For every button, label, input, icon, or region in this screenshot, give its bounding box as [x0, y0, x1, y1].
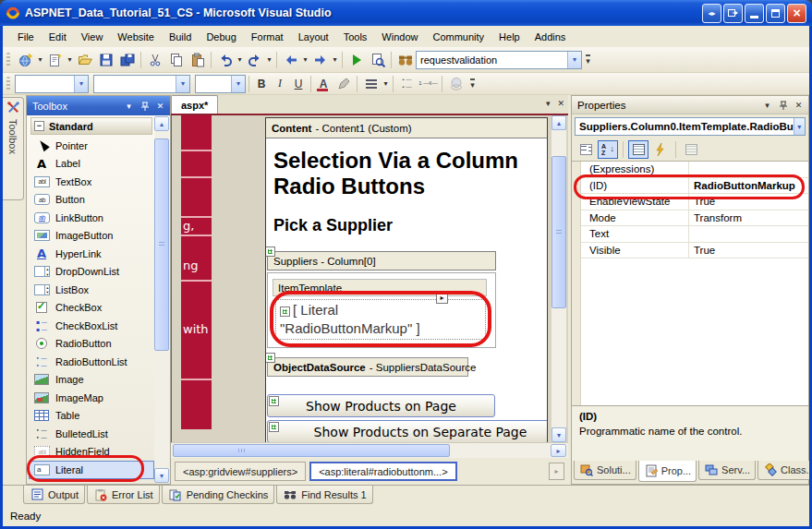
- open-file-button[interactable]: [74, 50, 95, 70]
- toolbox-item-literal[interactable]: Literal: [29, 461, 154, 479]
- item-template-bar[interactable]: ItemTemplate: [273, 279, 487, 296]
- window-switch-button[interactable]: ◂▸: [702, 4, 721, 23]
- menu-help[interactable]: Help: [491, 28, 527, 46]
- view-in-browser-button[interactable]: [367, 50, 388, 70]
- undo-dropdown[interactable]: [236, 50, 244, 70]
- hyperlink-button[interactable]: [445, 74, 467, 94]
- toolbox-item-listbox[interactable]: ListBox: [29, 281, 154, 299]
- align-dropdown[interactable]: [382, 74, 390, 94]
- maximize-button[interactable]: [766, 4, 785, 23]
- property-value[interactable]: True: [689, 196, 808, 207]
- properties-close-button[interactable]: ✕: [792, 98, 806, 112]
- toolbox-item-pointer[interactable]: Pointer: [29, 137, 154, 155]
- title-bar[interactable]: ASPNET_Data_Tutorial_51_CS - Microsoft V…: [0, 0, 812, 26]
- font-size-combo[interactable]: [195, 75, 246, 93]
- toolbox-scrollbar[interactable]: ▴ ▾: [154, 116, 169, 483]
- show-products-on-separate-page-button[interactable]: Show Products on Separate Page: [267, 420, 548, 442]
- property-row-id[interactable]: (ID) RadioButtonMarkup: [581, 178, 808, 195]
- toolbox-item-imagebutton[interactable]: ImageButton: [29, 227, 154, 246]
- scroll-thumb[interactable]: [551, 156, 566, 308]
- menu-edit[interactable]: Edit: [42, 28, 74, 46]
- properties-menu-button[interactable]: ▾: [760, 98, 774, 112]
- button-glyph-icon[interactable]: [269, 422, 279, 432]
- property-row-text[interactable]: Text: [581, 226, 808, 243]
- toolbox-item-checkbox[interactable]: CheckBox: [29, 299, 154, 318]
- properties-header[interactable]: Properties ▾ ✕: [572, 96, 808, 114]
- gridview-header[interactable]: Suppliers - Column[0]: [267, 251, 496, 271]
- toolbox-item-bulletedlist[interactable]: BulletedList: [29, 425, 154, 443]
- property-row-expressions[interactable]: (Expressions): [581, 162, 808, 178]
- events-button[interactable]: [650, 140, 671, 159]
- toolbox-item-label[interactable]: Label: [29, 155, 154, 174]
- italic-button[interactable]: I: [271, 75, 289, 93]
- find-combo-arrow[interactable]: [567, 52, 581, 68]
- navigate-back-button[interactable]: [280, 50, 301, 70]
- toolbox-header[interactable]: Toolbox ▾ ✕: [27, 96, 170, 115]
- toolbar-overflow[interactable]: [467, 74, 479, 94]
- tab-error-list[interactable]: Error List: [87, 486, 160, 504]
- toolbox-item-linkbutton[interactable]: LinkButton: [29, 209, 154, 227]
- font-name-combo[interactable]: [93, 75, 190, 93]
- menu-format[interactable]: Format: [244, 28, 291, 46]
- tab-solution-explorer[interactable]: Soluti...: [574, 461, 636, 480]
- properties-pin-button[interactable]: [776, 98, 790, 112]
- menu-addins[interactable]: Addins: [527, 28, 574, 46]
- tab-pending-checkins[interactable]: Pending Checkins: [162, 486, 275, 504]
- target-rule-combo[interactable]: [15, 75, 89, 93]
- font-color-button[interactable]: A: [314, 75, 333, 93]
- toolbar-grip[interactable]: [6, 77, 10, 91]
- scroll-right-button[interactable]: ▸: [551, 444, 566, 457]
- toolbox-item-radiobutton[interactable]: RadioButton: [29, 335, 154, 354]
- minimize-button[interactable]: [745, 4, 764, 23]
- design-vertical-scrollbar[interactable]: ▴ ▾: [551, 115, 566, 442]
- button-glyph-icon[interactable]: [269, 396, 279, 406]
- property-row-visible[interactable]: Visible True: [581, 243, 808, 259]
- scroll-down-button[interactable]: ▾: [154, 468, 169, 483]
- categorized-button[interactable]: [576, 140, 596, 159]
- tab-output[interactable]: Output: [23, 486, 85, 504]
- content-control-header[interactable]: Content - Content1 (Custom): [266, 118, 547, 138]
- properties-view-button[interactable]: [628, 140, 648, 159]
- find-button[interactable]: [394, 50, 416, 70]
- toolbox-menu-button[interactable]: ▾: [122, 99, 136, 113]
- menu-tools[interactable]: Tools: [336, 28, 375, 46]
- combo-arrow[interactable]: [74, 76, 88, 92]
- toolbar-grip[interactable]: [6, 53, 10, 67]
- toolbox-group-standard[interactable]: Standard: [30, 117, 152, 135]
- property-value[interactable]: RadioButtonMarkup: [689, 180, 808, 191]
- combo-arrow[interactable]: [176, 76, 189, 92]
- design-horizontal-scrollbar[interactable]: ▸: [171, 442, 568, 458]
- property-value[interactable]: True: [689, 245, 808, 256]
- properties-object-selector[interactable]: Suppliers.Column0.ItemTemplate.RadioBu ▾: [575, 117, 806, 136]
- toolbox-pin-button[interactable]: [138, 99, 151, 113]
- toolbar-overflow[interactable]: [582, 50, 594, 70]
- document-close-button[interactable]: ✕: [557, 99, 564, 108]
- toolbox-item-radiobuttonlist[interactable]: RadioButtonList: [29, 353, 154, 371]
- bulleted-list-button[interactable]: [396, 74, 418, 94]
- design-surface[interactable]: g, ng with Content - Content1 (Custom) S…: [171, 115, 568, 442]
- highlight-button[interactable]: [333, 74, 354, 94]
- redo-button[interactable]: [244, 50, 265, 70]
- cut-button[interactable]: [144, 50, 165, 70]
- menu-file[interactable]: File: [10, 28, 42, 46]
- scroll-track[interactable]: [154, 131, 169, 468]
- combo-arrow[interactable]: [231, 76, 245, 92]
- toolbox-item-button[interactable]: Button: [29, 191, 154, 210]
- property-pages-button[interactable]: [681, 140, 701, 159]
- gridview-glyph-icon[interactable]: [265, 246, 275, 257]
- menu-build[interactable]: Build: [162, 28, 199, 46]
- literal-control[interactable]: [ Literal "RadioButtonMarkup" ]: [275, 299, 486, 340]
- navigate-forward-dropdown[interactable]: [331, 50, 339, 70]
- menu-community[interactable]: Community: [425, 28, 491, 46]
- scroll-track[interactable]: [551, 130, 566, 427]
- menu-window[interactable]: Window: [374, 28, 425, 46]
- toolbox-item-table[interactable]: Table: [29, 407, 154, 426]
- add-item-button[interactable]: [44, 50, 66, 70]
- add-item-dropdown[interactable]: [66, 50, 74, 70]
- new-website-dropdown[interactable]: [36, 50, 44, 70]
- scroll-up-button[interactable]: ▴: [551, 115, 566, 130]
- scroll-thumb[interactable]: [173, 444, 450, 457]
- new-website-button[interactable]: [15, 50, 36, 70]
- window-detach-button[interactable]: [723, 4, 743, 23]
- find-combo[interactable]: requestvalidation: [416, 51, 582, 69]
